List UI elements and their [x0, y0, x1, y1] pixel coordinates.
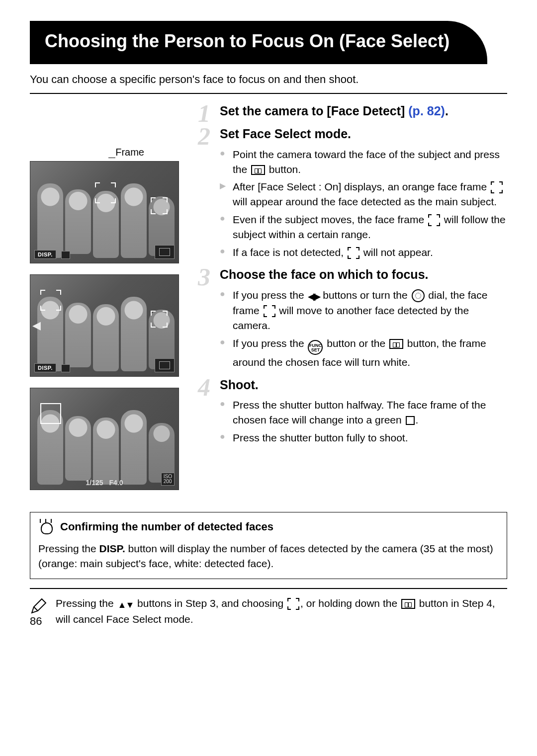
step-2: 2 Set Face Select mode. Point the camera…	[198, 126, 507, 259]
bullet-item: If you press the FUNC SET button or the …	[220, 336, 507, 370]
bullet-item: Press the shutter button halfway. The fa…	[220, 398, 507, 427]
step-number: 2	[198, 122, 210, 151]
up-down-buttons-icon: ▲▼	[118, 599, 134, 612]
disp-badge: DISP.	[34, 250, 56, 259]
bullet-item: Even if the subject moves, the face fram…	[220, 212, 507, 242]
disp-text-icon: DISP.	[99, 543, 125, 554]
tip-title: Confirming the number of detected faces	[60, 520, 273, 533]
tip-bulb-icon	[38, 518, 53, 535]
bullet-item: If you press the ◀▶ buttons or turn the …	[220, 288, 507, 333]
step-title: Choose the face on which to focus.	[220, 266, 507, 283]
face-select-badge-icon	[155, 245, 175, 259]
lcd-preview-2: ◀ DISP.	[30, 274, 179, 377]
step-3: 3 Choose the face on which to focus. If …	[198, 266, 507, 369]
note-body: Pressing the ▲▼ buttons in Step 3, and c…	[56, 596, 507, 626]
page-title: Choosing the Person to Focus On (Face Se…	[45, 30, 472, 53]
focus-frame-icon	[406, 416, 415, 425]
horizontal-rule	[30, 93, 507, 94]
note-row: Pressing the ▲▼ buttons in Step 3, and c…	[30, 588, 507, 626]
step-title: Shoot.	[220, 377, 507, 393]
aperture: F4.0	[109, 479, 123, 487]
step-number: 3	[198, 262, 210, 291]
disp-badge: DISP.	[34, 363, 56, 372]
left-arrow-icon: ◀	[32, 319, 41, 332]
bullet-item: Point the camera toward the face of the …	[220, 147, 507, 177]
bullet-item: After [Face Select : On] displays, an or…	[220, 179, 507, 209]
mode-badge-icon	[61, 364, 70, 372]
face-frame-icon	[287, 598, 299, 610]
face-select-button-icon	[401, 599, 415, 609]
frame-label: Frame	[115, 147, 144, 158]
func-set-button-icon: FUNC SET	[308, 340, 323, 355]
illustration-column: Frame DISP. ◀ DISP.	[30, 103, 184, 501]
step-title: Set Face Select mode.	[220, 126, 507, 142]
page-title-block: Choosing the Person to Focus On (Face Se…	[30, 21, 487, 64]
step-number: 4	[198, 373, 210, 402]
face-frame-icon	[428, 214, 440, 226]
face-select-button-icon	[251, 165, 265, 175]
control-dial-icon	[412, 289, 425, 302]
step-1: 1 Set the camera to [Face Detect] (p. 82…	[198, 103, 507, 119]
step-title: Set the camera to [Face Detect] (p. 82).	[220, 103, 507, 119]
tip-body: Pressing the DISP. button will display t…	[38, 541, 499, 571]
lcd-preview-1: DISP.	[30, 161, 179, 263]
steps-column: 1 Set the camera to [Face Detect] (p. 82…	[198, 103, 507, 501]
bullet-item: Press the shutter button fully to shoot.	[220, 430, 507, 445]
face-frame-icon	[491, 181, 503, 193]
left-right-buttons-icon: ◀▶	[308, 289, 319, 303]
shutter-speed: 1/125	[86, 479, 103, 487]
intro-text: You can choose a specific person's face …	[30, 73, 507, 86]
step-4: 4 Shoot. Press the shutter button halfwa…	[198, 377, 507, 445]
bullet-item: If a face is not detected, will not appe…	[220, 245, 507, 260]
face-select-badge-icon	[155, 358, 175, 372]
tip-box: Confirming the number of detected faces …	[30, 512, 507, 580]
iso-badge: ISO200	[161, 473, 175, 486]
page-reference: (p. 82)	[408, 104, 445, 118]
page-number: 86	[30, 615, 42, 628]
face-frame-icon	[348, 247, 359, 259]
face-frame-icon	[264, 305, 275, 317]
pencil-note-icon	[30, 598, 47, 615]
mode-badge-icon	[61, 251, 70, 259]
lcd-preview-3: 1/125 F4.0 ISO200	[30, 388, 179, 490]
face-select-button-icon	[389, 339, 403, 349]
